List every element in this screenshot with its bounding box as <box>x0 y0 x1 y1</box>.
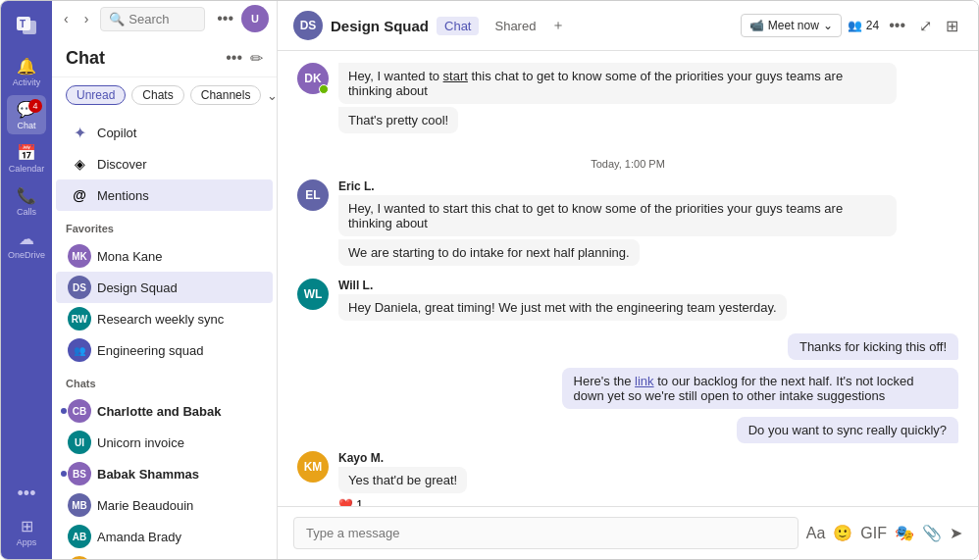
filter-channels[interactable]: Channels <box>190 85 262 105</box>
sidebar-discover[interactable]: ◈ Discover <box>56 148 273 179</box>
nav-apps[interactable]: ⊞ Apps <box>7 512 46 551</box>
nav-calendar-label: Calendar <box>9 164 45 174</box>
msg-sender-will: Will L. <box>338 279 958 292</box>
message-input[interactable] <box>293 517 799 549</box>
search-box: 🔍 <box>100 7 205 31</box>
sidebar-amanda[interactable]: AB Amanda Brady <box>56 521 273 552</box>
amanda-avatar: AB <box>70 527 89 546</box>
back-button[interactable]: ‹ <box>60 9 73 28</box>
attach-icon[interactable]: 📎 <box>922 524 942 542</box>
sidebar-fav-design-squad[interactable]: DS Design Squad <box>56 272 273 303</box>
chat-header-title: Design Squad <box>331 18 429 34</box>
sidebar-alexandria[interactable]: AT Alexandria team chat <box>56 552 273 559</box>
unread-dot <box>61 408 67 414</box>
send-icon[interactable]: ➤ <box>950 524 962 542</box>
mentions-label: Mentions <box>97 188 259 203</box>
research-label: Research weekly sync <box>97 312 259 327</box>
sidebar-babak[interactable]: BS Babak Shammas <box>56 458 273 489</box>
topbar-dots[interactable]: ••• <box>213 6 237 31</box>
sidebar-more-icon[interactable]: ••• <box>226 49 242 68</box>
engineering-label: Engineering squad <box>97 343 259 358</box>
nav-more-dots[interactable]: ••• <box>18 484 36 504</box>
sticker-icon[interactable]: 🎭 <box>895 524 914 542</box>
msg-bubble-eric1: Hey, I wanted to start this chat to get … <box>338 195 897 236</box>
user-avatar[interactable]: U <box>241 5 269 32</box>
format-icon[interactable]: Aa <box>806 525 826 542</box>
apps-icon: ⊞ <box>21 517 33 535</box>
amanda-label: Amanda Brady <box>97 530 259 544</box>
search-icon: 🔍 <box>109 12 125 26</box>
activity-icon: 🔔 <box>17 57 36 76</box>
marie-label: Marie Beaudouin <box>97 498 259 513</box>
chat-input-area: Aa 🙂 GIF 🎭 📎 ➤ <box>278 506 978 559</box>
nav-activity-label: Activity <box>13 77 41 87</box>
top-bar: ‹ › 🔍 ••• U <box>52 1 277 36</box>
sidebar-copilot[interactable]: ✦ Copilot <box>56 117 273 148</box>
msg-content-kayo: Kayo M. Yes that'd be great! ❤️ 1 Btw, c… <box>338 451 958 506</box>
meet-label: Meet now <box>768 19 819 32</box>
teams-logo[interactable]: T <box>11 9 42 40</box>
sidebar-marie[interactable]: MB Marie Beaudouin <box>56 489 273 521</box>
nav-chat-label: Chat <box>17 121 35 130</box>
chat-tab-chat[interactable]: Chat <box>437 17 479 35</box>
sidebar-unicorn[interactable]: UI Unicorn invoice <box>56 427 273 458</box>
filter-chats[interactable]: Chats <box>131 85 183 105</box>
meet-now-button[interactable]: 📹 Meet now ⌄ <box>741 14 842 37</box>
mona-label: Mona Kane <box>97 249 259 264</box>
favorites-label: Favorites <box>52 215 277 236</box>
msg-content-1: Hey, I wanted to start this chat to get … <box>338 63 958 136</box>
mona-avatar: MK <box>70 246 89 266</box>
msg-bubble-2: That's pretty cool! <box>338 107 458 133</box>
onedrive-icon: ☁ <box>19 229 34 248</box>
chat-tab-shared[interactable]: Shared <box>487 17 543 35</box>
backlog-link[interactable]: link <box>635 374 654 388</box>
sidebar-mentions[interactable]: @ Mentions <box>56 179 273 211</box>
msg-group-will: WL Will L. Hey Daniela, great timing! We… <box>297 279 958 324</box>
msg-sender-kayo: Kayo M. <box>338 451 958 465</box>
date-divider: Today, 1:00 PM <box>297 158 958 170</box>
sidebar: ‹ › 🔍 ••• U Chat ••• ✏ Unread Chats Chan… <box>52 1 278 559</box>
gif-icon[interactable]: GIF <box>860 525 887 542</box>
participants-count: 24 <box>866 19 879 32</box>
msg-group-kayo: KM Kayo M. Yes that'd be great! ❤️ 1 Btw… <box>297 451 958 506</box>
emoji-icon[interactable]: 🙂 <box>833 524 852 542</box>
chat-header-avatar: DS <box>293 11 323 40</box>
charlotte-label: Charlotte and Babak <box>97 404 259 419</box>
sidebar-title: Chat <box>66 48 105 69</box>
msg-bubble-will: Hey Daniela, great timing! We just met w… <box>338 294 787 321</box>
nav-activity[interactable]: 🔔 Activity <box>7 52 46 91</box>
self-msg-3: Do you want to sync really quickly? <box>297 417 958 443</box>
sidebar-fav-research[interactable]: RW Research weekly sync <box>56 303 273 334</box>
participants-icon: 👥 <box>848 19 862 32</box>
msg-sender-eric: Eric L. <box>338 179 958 193</box>
nav-onedrive[interactable]: ☁ OneDrive <box>7 225 46 264</box>
sidebar-charlotte-babak[interactable]: CB Charlotte and Babak <box>56 395 273 427</box>
self-bubble-2: Here's the link to our backlog for the n… <box>562 368 958 409</box>
sidebar-compose-icon[interactable]: ✏ <box>250 49 263 68</box>
unread-dot-babak <box>61 471 67 477</box>
chat-header-dots[interactable]: ••• <box>885 13 909 38</box>
self-msg-2: Here's the link to our backlog for the n… <box>297 368 958 409</box>
design-squad-avatar: DS <box>70 278 89 297</box>
search-input[interactable] <box>129 12 196 26</box>
sidebar-toggle-icon[interactable]: ⊞ <box>942 13 962 39</box>
add-tab-icon[interactable]: ＋ <box>551 17 565 34</box>
participants-badge[interactable]: 👥 24 <box>848 19 879 32</box>
forward-button[interactable]: › <box>80 9 93 28</box>
popout-icon[interactable]: ⤢ <box>915 13 936 39</box>
reaction-heart: ❤️ 1 <box>338 498 958 506</box>
sidebar-fav-engineering[interactable]: 👥 Engineering squad <box>56 334 273 366</box>
meet-icon: 📹 <box>749 19 764 32</box>
self-bubble-1: Thanks for kicking this off! <box>788 333 958 360</box>
nav-calendar[interactable]: 📅 Calendar <box>7 138 46 178</box>
meet-dropdown[interactable]: ⌄ <box>823 19 833 32</box>
calls-icon: 📞 <box>17 186 36 205</box>
filter-unread[interactable]: Unread <box>66 85 126 105</box>
filter-dropdown[interactable]: ⌄ <box>267 88 278 103</box>
chat-header: DS Design Squad Chat Shared ＋ 📹 Meet now… <box>278 1 978 51</box>
nav-calls[interactable]: 📞 Calls <box>7 181 46 221</box>
nav-chat[interactable]: 4 💬 Chat <box>7 95 46 134</box>
msg-group-eric: EL Eric L. Hey, I wanted to start this c… <box>297 179 958 269</box>
sidebar-fav-mona[interactable]: MK Mona Kane <box>56 240 273 272</box>
msg-bubble-eric2: We are starting to do intake for next ha… <box>338 239 640 266</box>
